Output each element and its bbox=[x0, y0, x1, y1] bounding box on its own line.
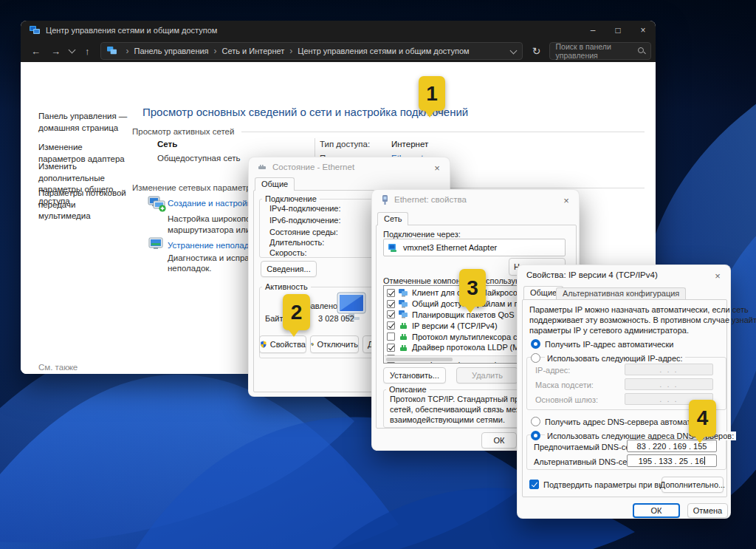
intro-line: поддерживает эту возможность. В противно… bbox=[529, 316, 756, 324]
properties-button[interactable]: Свойства bbox=[259, 335, 306, 353]
adapter-icon bbox=[382, 195, 388, 205]
checkbox[interactable] bbox=[387, 300, 395, 308]
adapter-card-icon bbox=[388, 243, 399, 252]
maximize-button[interactable]: □ bbox=[605, 21, 630, 40]
search-placeholder: Поиск в панели управления bbox=[556, 42, 639, 60]
close-icon[interactable]: × bbox=[430, 161, 444, 174]
troubleshoot-icon bbox=[148, 236, 166, 254]
subnet-mask-field[interactable]: . . . bbox=[625, 378, 713, 390]
details-button[interactable]: Сведения... bbox=[261, 261, 317, 277]
network-client-icon bbox=[399, 300, 408, 308]
checkbox[interactable] bbox=[387, 289, 395, 297]
ethernet-status-icon bbox=[258, 164, 267, 170]
network-client-icon bbox=[399, 310, 408, 318]
radio-manual-dns[interactable] bbox=[531, 431, 540, 440]
connect-via-label: Подключение через: bbox=[383, 230, 461, 239]
dialog-title: Свойства: IP версии 4 (TCP/IPv4) bbox=[526, 270, 658, 279]
media-state-label: Состояние среды: bbox=[269, 228, 338, 236]
step-marker-1: 1 bbox=[419, 76, 445, 111]
up-icon[interactable]: ↑ bbox=[85, 46, 90, 57]
close-icon[interactable]: × bbox=[711, 269, 724, 282]
speed-label: Скорость: bbox=[269, 248, 307, 257]
close-button[interactable]: × bbox=[630, 21, 656, 40]
step-marker-4: 4 bbox=[689, 400, 716, 437]
tab-general[interactable]: Общие bbox=[255, 177, 295, 191]
sidebar-item-home[interactable]: Панель управления — домашняя страница bbox=[38, 111, 128, 134]
step-marker-2: 2 bbox=[283, 294, 310, 330]
breadcrumb-dropdown-chevron-icon[interactable] bbox=[509, 47, 517, 54]
forward-icon[interactable]: → bbox=[51, 46, 61, 57]
crumb-separator: › bbox=[214, 46, 217, 56]
ok-button[interactable]: ОК bbox=[481, 432, 517, 449]
alternate-dns-field[interactable]: 195 . 133 . 25 . 16 bbox=[627, 454, 717, 467]
uac-shield-icon bbox=[311, 340, 314, 349]
setup-desc-1: Настройка широкопол bbox=[168, 214, 255, 223]
protocol-icon bbox=[399, 344, 408, 352]
validate-checkbox[interactable] bbox=[529, 480, 539, 489]
activity-group-label: Активность bbox=[262, 282, 311, 291]
new-connection-icon bbox=[148, 195, 166, 213]
breadcrumb-control-panel[interactable]: Панель управления bbox=[134, 47, 209, 55]
uac-shield-icon bbox=[260, 340, 267, 349]
tab-alternate-config[interactable]: Альтернативная конфигурация bbox=[556, 287, 686, 299]
back-icon[interactable]: ← bbox=[31, 46, 41, 57]
step-marker-3: 3 bbox=[459, 269, 486, 307]
ip-address-label: IP-адрес: bbox=[535, 366, 570, 375]
radio-manual-ip-label: Использовать следующий IP-адрес: bbox=[545, 354, 685, 363]
window-title: Центр управления сетями и общим доступом bbox=[46, 26, 217, 35]
setup-desc-2: маршрутизатора или т bbox=[168, 225, 257, 234]
breadcrumb-app-icon bbox=[107, 47, 117, 55]
intro-line: Параметры IP можно назначать автоматичес… bbox=[529, 305, 749, 314]
cancel-button[interactable]: Отмена bbox=[687, 503, 728, 518]
text-caret bbox=[704, 457, 705, 465]
ip-address-field[interactable]: . . . bbox=[625, 364, 713, 375]
breadcrumb[interactable]: › Панель управления › Сеть и Интернет › … bbox=[100, 42, 523, 60]
network-name: Сеть bbox=[157, 140, 177, 149]
disable-button[interactable]: Отключить bbox=[310, 335, 359, 353]
dialog-title: Ethernet: свойства bbox=[394, 195, 467, 204]
section-active-networks: Просмотр активных сетей bbox=[132, 127, 645, 136]
network-client-icon bbox=[399, 289, 408, 297]
minimize-button[interactable]: – bbox=[580, 21, 605, 40]
subnet-mask-label: Маска подсети: bbox=[535, 381, 594, 389]
search-input[interactable]: Поиск в панели управления bbox=[549, 42, 651, 60]
search-icon bbox=[638, 47, 644, 55]
recent-pages-chevron-icon[interactable] bbox=[69, 47, 76, 54]
checkbox[interactable] bbox=[387, 321, 395, 330]
connection-group-label: Подключение bbox=[262, 194, 320, 203]
navigation-toolbar: ← → ↑ › Панель управления › Сеть и Интер… bbox=[21, 40, 656, 62]
radio-auto-dns[interactable] bbox=[531, 417, 540, 426]
crumb-separator: › bbox=[126, 46, 129, 56]
bytes-value: 3 028 052 bbox=[318, 314, 354, 323]
radio-manual-ip[interactable] bbox=[531, 353, 540, 363]
sidebar-item-media-streaming[interactable]: Параметры потоковой передачи мультимедиа bbox=[38, 188, 128, 222]
checkbox[interactable] bbox=[387, 310, 395, 318]
checkbox[interactable] bbox=[387, 344, 395, 352]
access-type-value: Интернет bbox=[391, 140, 428, 149]
radio-auto-ip[interactable] bbox=[531, 339, 540, 349]
advanced-button[interactable]: Дополнительно... bbox=[662, 477, 724, 493]
tab-network[interactable]: Сеть bbox=[377, 212, 408, 225]
description-group-label: Описание bbox=[386, 385, 430, 394]
install-button[interactable]: Установить... bbox=[383, 367, 446, 383]
gateway-label: Основной шлюз: bbox=[535, 395, 598, 404]
radio-auto-ip-label: Получить IP-адрес автоматически bbox=[545, 340, 673, 349]
refresh-icon[interactable]: ↻ bbox=[527, 42, 546, 60]
intro-line: параметры IP у сетевого администратора. bbox=[529, 326, 689, 335]
checkbox[interactable] bbox=[387, 333, 395, 341]
ipv4-row-label: IPv4-подключение: bbox=[269, 204, 341, 213]
dialog-title: Состояние - Ethernet bbox=[272, 163, 354, 171]
uninstall-button[interactable]: Удалить bbox=[456, 367, 518, 383]
close-icon[interactable]: × bbox=[560, 194, 573, 207]
ipv4-properties-dialog: Свойства: IP версии 4 (TCP/IPv4) × Общие… bbox=[517, 265, 731, 519]
ok-button[interactable]: ОК bbox=[633, 503, 680, 518]
breadcrumb-current[interactable]: Центр управления сетями и общим доступом bbox=[298, 47, 469, 55]
network-app-icon bbox=[30, 26, 40, 35]
protocol-icon bbox=[399, 333, 408, 341]
ipv6-row-label: IPv6-подключение: bbox=[269, 216, 341, 225]
breadcrumb-network-internet[interactable]: Сеть и Интернет bbox=[222, 47, 285, 55]
crumb-separator: › bbox=[289, 46, 292, 56]
title-bar: Центр управления сетями и общим доступом… bbox=[21, 21, 656, 40]
network-kind: Общедоступная сеть bbox=[157, 154, 240, 163]
adapter-field: vmxnet3 Ethernet Adapter bbox=[383, 239, 566, 256]
